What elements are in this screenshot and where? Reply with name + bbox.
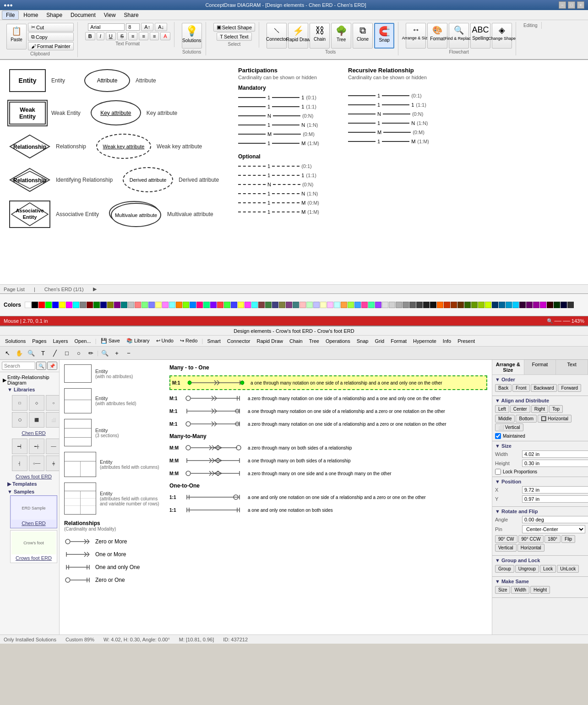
color-swatch-408080[interactable]	[293, 302, 299, 308]
color-swatch-80ff00[interactable]	[183, 302, 189, 308]
color-swatch-c0ffc0[interactable]	[306, 302, 313, 308]
color-swatch-ff40ff[interactable]	[245, 302, 251, 308]
open-btn[interactable]: Open...	[72, 337, 93, 345]
color-swatch-ffa040[interactable]	[341, 302, 347, 308]
maximize-btn[interactable]: □	[568, 1, 575, 9]
change-shape-button[interactable]: ◈ Change Shape	[492, 23, 512, 49]
center-canvas[interactable]: Entity (with no attributes) Entity (with…	[60, 360, 492, 634]
color-swatch-606060[interactable]	[409, 302, 416, 308]
find-replace-button[interactable]: 🔍 Find & Replace	[449, 23, 469, 49]
vertical-flip-btn[interactable]: Vertical	[495, 544, 517, 552]
crow-thumb-3[interactable]: ──	[46, 439, 60, 454]
smart-btn[interactable]: Smart	[205, 337, 223, 345]
libraries-section[interactable]: ▼ Libraries	[6, 386, 57, 393]
color-swatch-4040ff[interactable]	[231, 302, 237, 308]
align-center[interactable]: ≡	[139, 32, 148, 40]
crow-thumb-4[interactable]: ┤	[12, 456, 27, 471]
group-btn[interactable]: Group	[495, 565, 514, 573]
color-swatch-cc3300[interactable]	[444, 302, 450, 308]
chen-thumb-3[interactable]: ○	[46, 395, 60, 411]
color-swatch-00ffff[interactable]	[73, 302, 79, 308]
color-swatch-408040[interactable]	[265, 302, 272, 308]
color-swatch-ffc0ff[interactable]	[327, 302, 333, 308]
color-swatch-101010[interactable]	[430, 302, 436, 308]
sample-crow-erd[interactable]: Crow's foot Crows foot ERD	[10, 530, 57, 563]
width-input[interactable]	[522, 450, 588, 458]
color-swatch-336600[interactable]	[464, 302, 471, 308]
color-swatch-ff8080[interactable]	[135, 302, 141, 308]
paste-button[interactable]: 📋 Paste	[6, 24, 27, 49]
maintain-checkbox[interactable]	[495, 433, 501, 439]
pencil-tool[interactable]: ✏	[85, 347, 96, 358]
align-top-btn[interactable]: Top	[549, 405, 563, 413]
color-swatch-40ffff[interactable]	[251, 302, 258, 308]
hand-tool[interactable]: ✋	[14, 347, 25, 358]
sample-chen-name[interactable]: Chen ERD	[11, 520, 56, 527]
color-swatch-000080[interactable]	[100, 302, 107, 308]
chen-thumb-2[interactable]: ◇	[29, 395, 44, 411]
same-width-btn[interactable]: Width	[511, 586, 529, 594]
templates-section[interactable]: ▶ Templates	[6, 480, 57, 488]
zoom-out-btn[interactable]: −	[123, 347, 134, 358]
zoom-tool[interactable]: 🔍	[26, 347, 37, 358]
font-family-input[interactable]	[88, 23, 125, 31]
color-swatch-330000[interactable]	[547, 302, 553, 308]
color-swatch-d0d0d0[interactable]	[389, 302, 395, 308]
flip-btn[interactable]: Flip	[561, 535, 575, 543]
color-swatch-ffffc0[interactable]	[320, 302, 327, 308]
cut-button[interactable]: ✂ Cut	[28, 23, 74, 32]
unlock-btn[interactable]: UnLock	[557, 565, 579, 573]
make-same-title[interactable]: ▼ Make Same	[495, 579, 585, 584]
pointer-tool[interactable]: ↖	[2, 347, 13, 358]
underline-button[interactable]: U	[106, 32, 116, 40]
color-swatch-404080[interactable]	[272, 302, 278, 308]
same-size-btn[interactable]: Size	[495, 586, 510, 594]
crow-row-selected[interactable]: M:1 a one th	[169, 375, 487, 390]
horizontal-flip-btn[interactable]: Horizontal	[517, 544, 544, 552]
line-tool[interactable]: ╱	[49, 347, 60, 358]
align-vert-btn[interactable]: ⬜ Vertical	[495, 423, 523, 431]
spelling-button[interactable]: ABC Spelling	[470, 23, 490, 49]
rect-tool[interactable]: □	[61, 347, 72, 358]
snap-btn-b[interactable]: Snap	[354, 337, 371, 345]
color-swatch-000033[interactable]	[561, 302, 567, 308]
front-btn[interactable]: Front	[512, 384, 529, 392]
connector-btn-b[interactable]: Connector	[225, 337, 253, 345]
color-swatch-00ff00[interactable]	[45, 302, 52, 308]
text-tool[interactable]: T	[38, 347, 49, 358]
chen-thumb-6[interactable]: ⬜	[46, 412, 60, 428]
position-section-title[interactable]: ▼ Position	[495, 479, 585, 484]
color-swatch-e0e0e0[interactable]	[382, 302, 388, 308]
crow-thumb-1[interactable]: ━┥	[12, 439, 27, 454]
font-size-input[interactable]	[126, 23, 140, 31]
grid-btn[interactable]: Grid	[372, 337, 387, 345]
color-swatch-00ccff[interactable]	[512, 302, 519, 308]
color-swatch-008080[interactable]	[121, 302, 127, 308]
tree-root-item[interactable]: ▶ Entity-Relationship Diagram	[2, 374, 57, 386]
redo-btn[interactable]: ↪ Redo	[178, 337, 200, 345]
crow-thumb-2[interactable]: ━┼	[29, 439, 44, 454]
chen-thumb-1[interactable]: □	[12, 395, 27, 411]
chain-button[interactable]: ⛓ Chain	[310, 23, 330, 49]
color-swatch-808080[interactable]	[80, 302, 86, 308]
x-input[interactable]	[522, 486, 588, 494]
color-swatch-669900[interactable]	[471, 302, 478, 308]
align-horiz-btn[interactable]: 🔲 Horizontal	[538, 415, 572, 423]
size-section-title[interactable]: ▼ Size	[495, 443, 585, 449]
hypernote-btn[interactable]: Hypernote	[411, 337, 439, 345]
bold-button[interactable]: B	[85, 32, 95, 40]
save-btn[interactable]: 💾 Save	[98, 337, 122, 345]
color-swatch-c0ffff[interactable]	[334, 302, 340, 308]
color-swatch-993300[interactable]	[451, 302, 457, 308]
color-swatch-40ffa0[interactable]	[368, 302, 375, 308]
lock-proportions-checkbox[interactable]	[495, 469, 501, 475]
color-swatch-ccff00[interactable]	[485, 302, 491, 308]
rotate-cw-btn[interactable]: 90° CW	[495, 535, 517, 543]
color-swatch-000000[interactable]	[32, 302, 38, 308]
select-shape-button[interactable]: ▣ Select Shape	[213, 23, 255, 32]
tab-arrange-size[interactable]: Arrange & Size	[492, 360, 524, 374]
select-text-button[interactable]: T Select Text	[217, 33, 251, 41]
solutions-button[interactable]: 💡 Solutions	[182, 23, 202, 49]
align-section-title[interactable]: ▼ Align and Distribute	[495, 398, 585, 403]
color-swatch-330033[interactable]	[519, 302, 526, 308]
